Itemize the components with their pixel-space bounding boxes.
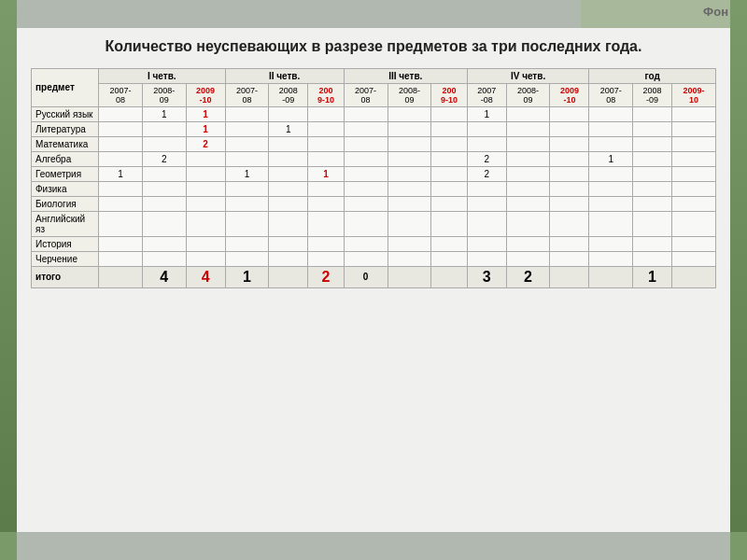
data-cell [633,196,672,211]
data-cell [142,136,186,151]
data-cell [506,106,550,121]
data-cell [308,151,344,166]
data-cell [99,121,143,136]
data-cell [633,211,672,236]
subject-cell: Математика [32,136,99,151]
table-row: Английский яз [32,211,716,236]
data-cell [550,106,589,121]
data-cell [671,196,715,211]
page-title: Количество неуспевающих в разрезе предме… [31,37,716,57]
data-cell [142,196,186,211]
data-cell [550,236,589,251]
data-cell: 2 [467,151,506,166]
data-cell [550,266,589,287]
data-cell: 1 [269,121,308,136]
main-content-area: Количество неуспевающих в разрезе предме… [17,28,730,532]
data-cell [467,136,506,151]
sub-header-10: 2007-08 [467,83,506,106]
data-cell [467,211,506,236]
data-cell [671,121,715,136]
col-q2-header: II четв. [225,68,344,83]
highlight-value: 2 [321,269,330,285]
sub-header-5: 2008-09 [269,83,308,106]
data-cell [589,181,633,196]
data-cell [99,236,143,251]
data-cell [269,181,308,196]
highlight-value: 1 [323,169,329,179]
subject-cell: итого [32,266,99,287]
data-cell [388,181,431,196]
data-cell [633,251,672,266]
data-cell [186,251,225,266]
data-cell [431,211,467,236]
large-value: 2 [524,269,532,285]
col-q3-header: III четв. [344,68,467,83]
data-cell [633,236,672,251]
data-cell [308,136,344,151]
data-cell: 1 [633,266,672,287]
data-cell [269,106,308,121]
sub-header-9: 2009-10 [431,83,467,106]
data-cell [550,136,589,151]
table-row: Геометрия1112 [32,166,716,181]
data-table-wrapper: предмет I четв. II четв. III четв. IV че… [31,68,716,288]
data-cell [589,106,633,121]
data-cell [550,121,589,136]
data-cell [506,181,550,196]
fon-label: Фон [703,5,728,19]
data-cell [142,236,186,251]
data-cell [225,181,269,196]
data-cell [186,151,225,166]
large-value: 4 [160,269,168,285]
data-cell [431,166,467,181]
data-cell [99,196,143,211]
sub-header-4: 2007-08 [225,83,269,106]
sub-header-14: 2008-09 [633,83,672,106]
data-cell [633,151,672,166]
data-cell [186,211,225,236]
data-cell [142,166,186,181]
data-cell [431,136,467,151]
data-cell [186,181,225,196]
data-cell [550,251,589,266]
data-cell [308,181,344,196]
table-row: Русский язык111 [32,106,716,121]
data-cell [225,151,269,166]
sub-header-11: 2008-09 [506,83,550,106]
data-cell [633,181,672,196]
sub-header-7: 2007-08 [344,83,388,106]
data-cell [388,136,431,151]
subject-cell: Геометрия [32,166,99,181]
data-cell [225,196,269,211]
sub-header-13: 2007-08 [589,83,633,106]
highlight-value: 1 [203,124,208,134]
data-cell: 4 [186,266,225,287]
subject-cell: Английский яз [32,211,99,236]
table-row: Алгебра221 [32,151,716,166]
data-cell: 2 [308,266,344,287]
performance-table: предмет I четв. II четв. III четв. IV че… [31,68,716,288]
data-cell [431,236,467,251]
sub-header-15: 2009-10 [671,83,715,106]
bottom-strip [0,532,747,560]
bottom-accent-right [730,532,747,560]
data-cell [269,196,308,211]
highlight-value: 4 [202,269,210,285]
data-cell [431,106,467,121]
data-cell [550,211,589,236]
data-cell [388,151,431,166]
data-cell [589,211,633,236]
data-cell [142,211,186,236]
data-cell [186,166,225,181]
data-cell [671,136,715,151]
data-cell [671,211,715,236]
data-cell: 1 [225,166,269,181]
data-cell [671,236,715,251]
data-cell [589,196,633,211]
data-cell [142,181,186,196]
data-cell [308,196,344,211]
data-cell [308,121,344,136]
data-cell: 1 [308,166,344,181]
data-cell [225,236,269,251]
highlight-value: 2 [203,139,208,149]
